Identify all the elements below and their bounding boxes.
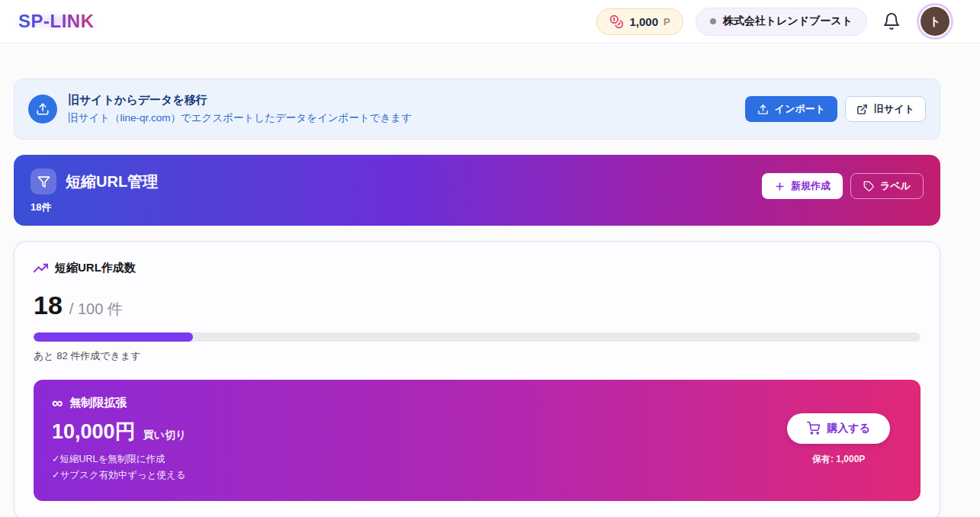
label-button[interactable]: ラベル — [850, 173, 924, 199]
migration-description: 旧サイト（line-qr.com）でエクスポートしたデータをインポートできます — [68, 111, 412, 125]
promo-feature: ✓サブスク有効中ずっと使える — [52, 467, 186, 483]
notification-bell-icon[interactable] — [879, 9, 904, 34]
promo-price-note: 買い切り — [143, 429, 187, 442]
points-unit: P — [664, 16, 670, 27]
upload-circle-icon — [28, 95, 57, 124]
promo-info: ∞ 無制限拡張 10,000円 買い切り ✓短縮URLを無制限に作成 ✓サブスク… — [52, 395, 186, 484]
tag-icon — [863, 181, 875, 192]
company-badge[interactable]: 株式会社トレンドブースト — [696, 8, 867, 36]
migration-title: 旧サイトからデータを移行 — [68, 93, 412, 108]
infinity-icon: ∞ — [52, 395, 63, 410]
plus-icon — [774, 181, 786, 192]
buy-button-label: 購入する — [827, 422, 870, 435]
usage-current-count: 18 — [34, 291, 63, 320]
points-value: 1,000 — [629, 15, 658, 28]
url-manager-heading: 短縮URL管理 18件 — [31, 169, 158, 214]
create-new-button[interactable]: 新規作成 — [762, 173, 843, 199]
progress-fill — [34, 332, 193, 342]
promo-feature: ✓短縮URLを無制限に作成 — [52, 451, 186, 467]
app-header: SP-LINK 1,000 P 株式会社トレンドブースト ト — [0, 0, 980, 43]
status-dot — [710, 18, 716, 24]
unlimited-promo-card: ∞ 無制限拡張 10,000円 買い切り ✓短縮URLを無制限に作成 ✓サブスク… — [34, 380, 921, 501]
migration-info: 旧サイトからデータを移行 旧サイト（line-qr.com）でエクスポートしたデ… — [28, 93, 412, 125]
manager-actions: 新規作成 ラベル — [762, 173, 924, 199]
label-button-label: ラベル — [880, 179, 911, 193]
main-content: 旧サイトからデータを移行 旧サイト（line-qr.com）でエクスポートしたデ… — [14, 79, 940, 517]
migration-banner: 旧サイトからデータを移行 旧サイト（line-qr.com）でエクスポートしたデ… — [14, 79, 940, 140]
create-new-button-label: 新規作成 — [791, 179, 831, 193]
url-count-badge: 18件 — [31, 201, 158, 214]
upload-icon — [757, 104, 769, 115]
logo-glow: SP-LINK — [11, 11, 102, 32]
filter-icon — [31, 169, 56, 194]
points-balance: 保有: 1,000P — [812, 453, 865, 466]
import-button[interactable]: インポート — [745, 96, 837, 122]
trending-up-icon — [34, 261, 48, 275]
migration-actions: インポート 旧サイト — [745, 96, 926, 122]
company-name: 株式会社トレンドブースト — [723, 14, 853, 28]
usage-total-count: / 100 件 — [69, 299, 123, 320]
promo-title: 無制限拡張 — [69, 396, 127, 410]
cart-icon — [807, 422, 820, 435]
usage-progress-bar — [34, 332, 921, 342]
import-button-label: インポート — [775, 102, 825, 116]
header-right: 1,000 P 株式会社トレンドブースト ト — [596, 7, 949, 36]
url-manager-banner: 短縮URL管理 18件 新規作成 ラベル — [14, 155, 940, 226]
promo-purchase-area: 購入する 保有: 1,000P — [787, 413, 901, 466]
usage-card-title: 短縮URL作成数 — [55, 261, 136, 275]
promo-price: 10,000円 — [52, 418, 136, 445]
usage-card: 短縮URL作成数 18 / 100 件 あと 82 件作成できます ∞ 無制限拡… — [14, 241, 940, 517]
old-site-button-label: 旧サイト — [874, 102, 914, 116]
points-badge[interactable]: 1,000 P — [596, 8, 683, 35]
buy-button[interactable]: 購入する — [787, 413, 890, 444]
old-site-button[interactable]: 旧サイト — [845, 96, 926, 122]
external-link-icon — [856, 104, 868, 115]
page-title: 短縮URL管理 — [66, 172, 158, 192]
sp-link-logo[interactable]: SP-LINK — [11, 8, 102, 34]
coins-icon — [609, 14, 624, 29]
user-avatar[interactable]: ト — [921, 7, 949, 36]
usage-remaining-text: あと 82 件作成できます — [34, 349, 921, 363]
